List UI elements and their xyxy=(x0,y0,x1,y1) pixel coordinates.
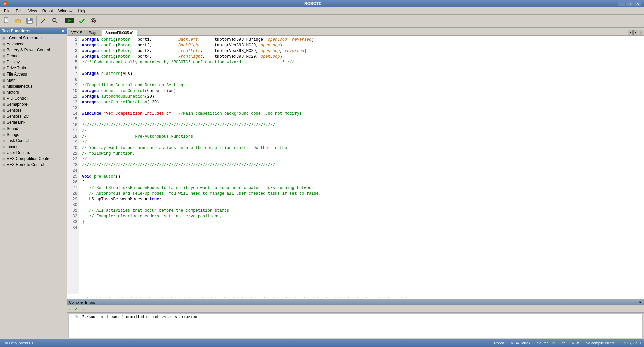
status-platform: VEX-Cortex xyxy=(511,341,530,345)
check-button[interactable] xyxy=(76,16,87,26)
sidebar: Text Functions ✕ ⊞~Control Structures ⊞A… xyxy=(0,28,67,339)
svg-line-6 xyxy=(42,19,45,23)
tab-source-file[interactable]: SourceFile005.c* xyxy=(102,30,137,36)
expand-icon: ⊞ xyxy=(1,127,6,131)
close-button[interactable]: ✕ xyxy=(634,1,641,6)
sidebar-item-serial-link[interactable]: ⊞Serial Link xyxy=(0,119,67,126)
tab-close-button[interactable]: ✕ xyxy=(639,30,643,35)
menu-window[interactable]: Window xyxy=(56,8,75,14)
maximize-button[interactable]: □ xyxy=(626,1,633,6)
window-controls: ─ □ ✕ xyxy=(618,1,641,6)
menu-help[interactable]: Help xyxy=(75,8,89,14)
sidebar-header: Text Functions ✕ xyxy=(0,28,67,34)
status-position: Ln 13, Col 1 xyxy=(622,341,641,345)
minimize-button[interactable]: ─ xyxy=(618,1,625,6)
compiler-nav-icon[interactable]: ▼ xyxy=(638,300,642,304)
find-button[interactable] xyxy=(50,16,60,26)
expand-icon: ⊞ xyxy=(1,163,6,167)
sidebar-item-debug[interactable]: ⊞Debug xyxy=(0,53,67,59)
svg-rect-2 xyxy=(15,19,17,20)
check-icon xyxy=(78,17,85,24)
sidebar-item-math[interactable]: ⊞Math xyxy=(0,77,67,83)
compiler-toolbar: ← ✔ → xyxy=(67,305,644,313)
compiler-back-button[interactable]: ← xyxy=(68,306,73,312)
expand-icon: ⊞ xyxy=(1,145,6,149)
search-icon xyxy=(52,17,58,24)
open-folder-icon xyxy=(15,17,21,24)
main-layout: Text Functions ✕ ⊞~Control Structures ⊞A… xyxy=(0,28,644,339)
status-help: For Help, press F1 xyxy=(3,341,39,345)
svg-rect-4 xyxy=(28,18,30,20)
sidebar-item-sensors-i2c[interactable]: ⊞Sensors I2C xyxy=(0,113,67,119)
expand-icon: ⊞ xyxy=(1,79,6,82)
tab-start-page[interactable]: VEX Start Page xyxy=(68,30,101,35)
menu-view[interactable]: View xyxy=(25,8,40,14)
expand-icon: ⊞ xyxy=(1,103,6,106)
toolbar-separator-2 xyxy=(62,16,62,26)
sidebar-close-icon[interactable]: ✕ xyxy=(61,29,65,33)
compiler-output: File ".\SourceFile005.c" compiled on Feb… xyxy=(68,313,643,338)
sidebar-item-semaphore[interactable]: ⊞Semaphore xyxy=(0,101,67,107)
svg-point-9 xyxy=(53,18,56,22)
save-icon xyxy=(26,17,33,24)
expand-icon: ⊞ xyxy=(1,66,6,70)
sidebar-item-vex-remote[interactable]: ⊞VEX Remote Control xyxy=(0,162,67,168)
tab-next-button[interactable]: ► xyxy=(633,30,638,35)
status-robot: Robot xyxy=(494,341,504,345)
compiler-panel: Compiler Errors ▼ ← ✔ → File ".\SourceFi… xyxy=(67,299,644,339)
expand-icon: ⊞ xyxy=(1,109,6,112)
expand-icon: ⊞ xyxy=(1,97,6,100)
sidebar-title: Text Functions xyxy=(2,29,30,33)
sidebar-item-control-structures[interactable]: ⊞~Control Structures xyxy=(0,35,67,41)
status-right: Robot VEX-Cortex SourceFile005.c* R/W No… xyxy=(494,341,641,345)
svg-point-14 xyxy=(91,18,96,23)
open-button[interactable] xyxy=(13,16,23,26)
compiler-forward-button[interactable]: → xyxy=(80,306,85,312)
code-editor[interactable]: 123 456 789 101112 131415 161718 192021 … xyxy=(67,36,644,294)
toolbar-separator-1 xyxy=(36,16,37,26)
compile-button[interactable] xyxy=(64,16,76,26)
sidebar-item-vex-competition[interactable]: ⊞VEX Competition Control xyxy=(0,156,67,162)
sidebar-item-display[interactable]: ⊞Display xyxy=(0,59,67,65)
svg-line-10 xyxy=(56,21,57,23)
sidebar-item-sensors[interactable]: ⊞Sensors xyxy=(0,107,67,113)
dotted-separator: . . . . . . . . . . . . . . . . . . . . … xyxy=(67,294,644,299)
sidebar-item-sound[interactable]: ⊞Sound xyxy=(0,126,67,132)
sidebar-item-advanced[interactable]: ⊞Advanced xyxy=(0,41,67,47)
app-icon: R xyxy=(3,1,8,6)
menubar: File Edit View Robot Window Help xyxy=(0,7,644,15)
sidebar-item-battery[interactable]: ⊞Battery & Power Control xyxy=(0,47,67,53)
expand-icon: ⊞ xyxy=(1,60,6,64)
compiler-title: Compiler Errors xyxy=(69,300,95,304)
sidebar-item-strings[interactable]: ⊞Strings xyxy=(0,132,67,138)
expand-icon: ⊞ xyxy=(1,36,6,40)
sidebar-item-motors[interactable]: ⊞Motors xyxy=(0,89,67,95)
toolbar xyxy=(0,15,644,28)
expand-icon: ⊞ xyxy=(1,157,6,161)
status-errors: No compile errors xyxy=(586,341,615,345)
sidebar-item-task-control[interactable]: ⊞Task Control xyxy=(0,138,67,144)
svg-rect-0 xyxy=(4,18,8,23)
new-button[interactable] xyxy=(1,16,12,26)
sidebar-item-user-defined[interactable]: ⊞User Defined xyxy=(0,150,67,156)
sidebar-item-drive-train[interactable]: ⊞Drive Train xyxy=(0,65,67,71)
tab-bar: VEX Start Page SourceFile005.c* ◄ ► ✕ xyxy=(67,28,644,36)
tab-prev-button[interactable]: ◄ xyxy=(628,30,633,35)
sidebar-item-file-access[interactable]: ⊞File Access xyxy=(0,71,67,77)
sidebar-item-timing[interactable]: ⊞Timing xyxy=(0,144,67,150)
statusbar: For Help, press F1 Robot VEX-Cortex Sour… xyxy=(0,339,644,347)
menu-file[interactable]: File xyxy=(1,8,13,14)
app-title: ROBOTC xyxy=(8,1,618,6)
menu-edit[interactable]: Edit xyxy=(13,8,25,14)
edit-button[interactable] xyxy=(38,16,49,26)
sidebar-item-miscellaneous[interactable]: ⊞Miscellaneous xyxy=(0,83,67,89)
tab-nav: ◄ ► ✕ xyxy=(628,30,643,35)
code-content[interactable]: #pragma config(Motor, port1, BackLeft, t… xyxy=(79,36,644,294)
sidebar-item-pid[interactable]: ⊞PID Control xyxy=(0,95,67,101)
menu-robot[interactable]: Robot xyxy=(40,8,56,14)
settings-button[interactable] xyxy=(88,16,99,26)
save-button[interactable] xyxy=(24,16,35,26)
compiler-ok-button[interactable]: ✔ xyxy=(74,306,78,312)
expand-icon: ⊞ xyxy=(1,121,6,125)
expand-icon: ⊞ xyxy=(1,54,6,58)
